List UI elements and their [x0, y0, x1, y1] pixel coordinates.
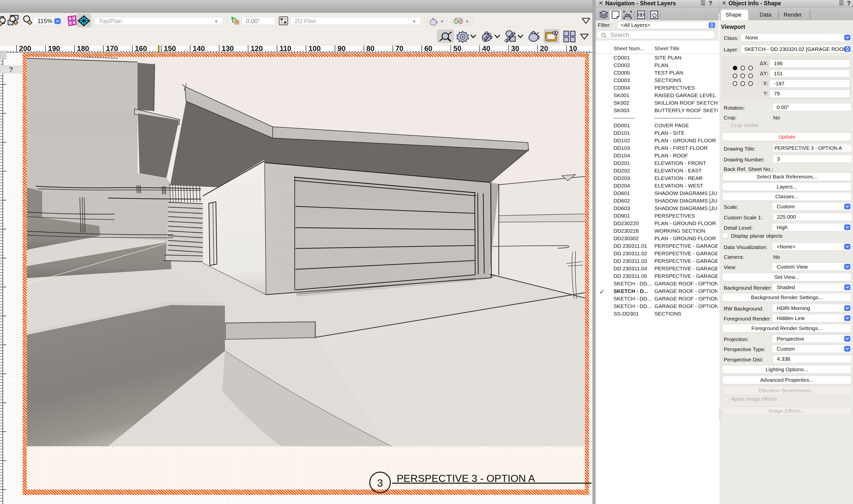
svg-text:190: 190: [48, 46, 60, 52]
svg-text:10: 10: [569, 46, 577, 52]
svg-text:170: 170: [106, 46, 118, 52]
svg-text:40: 40: [482, 46, 490, 52]
svg-text:70: 70: [395, 46, 403, 52]
svg-text:180: 180: [77, 46, 89, 52]
svg-text:120: 120: [251, 46, 262, 52]
svg-text:110: 110: [280, 46, 291, 52]
svg-text:50: 50: [453, 46, 461, 52]
svg-text:80: 80: [366, 46, 375, 52]
svg-text:90: 90: [338, 46, 345, 52]
svg-text:130: 130: [222, 46, 234, 52]
svg-text:20: 20: [540, 46, 548, 52]
svg-text:60: 60: [424, 46, 432, 52]
svg-text:160: 160: [135, 46, 147, 52]
svg-text:30: 30: [511, 46, 519, 52]
svg-text:200: 200: [19, 46, 31, 52]
svg-text:100: 100: [309, 46, 321, 52]
svg-text:150: 150: [164, 46, 176, 52]
svg-text:140: 140: [193, 46, 205, 52]
